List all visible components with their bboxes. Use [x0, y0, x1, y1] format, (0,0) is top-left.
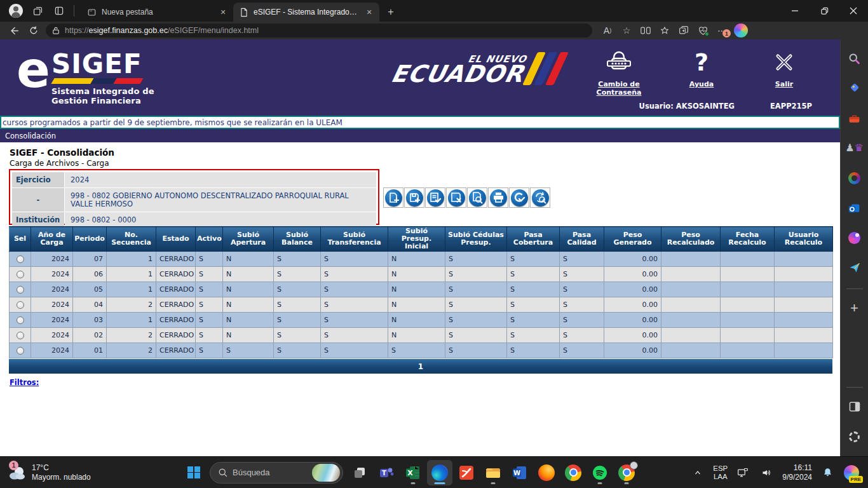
spotify-taskbar-icon[interactable] — [587, 460, 613, 485]
row-select-radio[interactable] — [17, 255, 24, 263]
form-value-entidad: 998 - 0802 GOBIERNO AUTONOMO DESCENTRALI… — [65, 188, 376, 212]
table-cell: N — [223, 267, 274, 282]
table-cell: S — [445, 343, 507, 358]
outlook-icon[interactable] — [844, 198, 865, 218]
browser-navbar: https://esigef.finanzas.gob.ec/eSIGEF/me… — [0, 22, 868, 39]
preview-search-button[interactable] — [467, 187, 487, 208]
page-content: SIGEF - Consolidación Carga de Archivos … — [0, 142, 840, 456]
divider — [846, 288, 863, 289]
excel-taskbar-icon[interactable]: X — [400, 460, 426, 485]
designer-icon[interactable] — [844, 227, 865, 248]
games-icon[interactable]: ♟♛ — [844, 138, 865, 158]
start-button[interactable] — [182, 461, 206, 485]
more-menu-icon[interactable]: ⋯1 — [713, 23, 731, 38]
clock[interactable]: 16:11 9/9/2024 — [782, 463, 812, 482]
delete-record-button[interactable] — [446, 187, 466, 208]
word-taskbar-icon[interactable]: W — [507, 460, 532, 485]
column-header: Subió Presup. Inicial — [388, 227, 445, 252]
language-indicator[interactable]: ESPLAA — [713, 464, 728, 481]
tray-time: 16:11 — [782, 463, 812, 473]
newtab-favicon — [87, 8, 97, 17]
validate-form-button[interactable] — [425, 187, 445, 208]
row-select-radio[interactable] — [17, 301, 24, 309]
tab-nueva-pestana[interactable]: Nueva pestaña ✕ — [81, 3, 233, 22]
recalculate-search-button[interactable] — [530, 187, 550, 208]
row-select-radio[interactable] — [17, 286, 24, 294]
chrome-taskbar-icon[interactable] — [560, 460, 586, 485]
file-explorer-taskbar-icon[interactable] — [480, 460, 506, 485]
row-select-radio[interactable] — [17, 271, 24, 278]
teams-taskbar-icon[interactable]: T — [374, 460, 399, 485]
microsoft-365-icon[interactable] — [844, 168, 865, 188]
collections-icon[interactable] — [656, 23, 674, 38]
table-cell: 01 — [73, 343, 107, 358]
table-cell — [721, 252, 775, 267]
taskbar-search[interactable]: Búsqueda — [210, 462, 343, 484]
back-button[interactable] — [5, 23, 22, 38]
search-icon[interactable] — [844, 48, 865, 69]
network-icon[interactable] — [734, 465, 752, 480]
new-record-button[interactable] — [383, 187, 403, 208]
table-cell — [721, 297, 775, 313]
favorites-star-icon[interactable]: ☆ — [618, 23, 635, 38]
results-table: SelAño de CargaPeriodoNo. SecuenciaEstad… — [9, 226, 833, 358]
notifications-bell-icon[interactable] — [818, 465, 836, 480]
close-button[interactable] — [839, 0, 868, 22]
firefox-taskbar-icon[interactable] — [534, 460, 559, 485]
row-select-radio[interactable] — [17, 316, 24, 324]
copilot-icon[interactable] — [732, 23, 750, 38]
drop-icon[interactable] — [844, 257, 865, 278]
filters-link[interactable]: Filtros: — [10, 378, 39, 387]
shopping-icon[interactable] — [844, 78, 865, 98]
row-select-radio[interactable] — [17, 332, 24, 339]
password-lock-icon — [605, 47, 633, 78]
tab-close-icon[interactable]: ✕ — [364, 7, 374, 17]
logout-button[interactable]: Salir — [754, 47, 815, 97]
weather-temp: 17°C — [32, 463, 91, 473]
help-button[interactable]: ? Ayuda — [671, 47, 732, 97]
chrome-profile-taskbar-icon[interactable] — [614, 460, 639, 485]
table-cell — [661, 313, 721, 328]
approve-check-button[interactable] — [509, 187, 529, 208]
table-cell: S — [321, 252, 388, 267]
brand-main-text: ECUADOR — [389, 64, 526, 85]
address-bar[interactable]: https://esigef.finanzas.gob.ec/eSIGEF/me… — [46, 24, 592, 37]
tab-group-icon[interactable] — [675, 23, 693, 38]
split-screen-icon[interactable] — [637, 23, 654, 38]
table-cell: 0.00 — [604, 313, 661, 328]
toolbox-icon[interactable] — [844, 108, 865, 128]
sidebar-panel-icon[interactable] — [844, 396, 865, 417]
column-header: Peso Generado — [604, 227, 661, 252]
menu-item-consolidacion[interactable]: Consolidación — [5, 132, 56, 140]
svg-text:X: X — [407, 469, 413, 477]
tab-actions-icon[interactable] — [28, 3, 47, 19]
settings-icon[interactable] — [844, 426, 865, 447]
edge-taskbar-icon[interactable] — [427, 460, 452, 485]
table-cell: 02 — [73, 328, 107, 343]
pdf-app-taskbar-icon[interactable] — [454, 460, 479, 485]
minimize-button[interactable] — [780, 0, 810, 22]
copilot-tray-icon[interactable]: PRE — [843, 464, 860, 482]
divider — [74, 5, 74, 17]
page-number[interactable]: 1 — [418, 362, 423, 371]
weather-widget[interactable]: 1 17°C Mayorm. nublado — [0, 463, 127, 482]
table-cell: S — [274, 282, 321, 297]
refresh-button[interactable] — [25, 23, 42, 38]
browser-essentials-icon[interactable] — [694, 23, 712, 38]
tab-esigef[interactable]: eSIGEF - Sistema Integrado de G ✕ — [233, 3, 379, 22]
workspaces-icon[interactable] — [50, 3, 69, 19]
volume-icon[interactable] — [758, 465, 776, 480]
profile-avatar[interactable] — [6, 3, 25, 19]
add-sidebar-item-icon[interactable]: + — [844, 298, 865, 318]
tray-chevron-icon[interactable] — [689, 465, 707, 480]
tab-close-icon[interactable]: ✕ — [218, 7, 228, 17]
url-text: https://esigef.finanzas.gob.ec/eSIGEF/me… — [65, 26, 259, 35]
read-aloud-icon[interactable]: A) — [599, 23, 616, 38]
task-view-taskbar-icon[interactable] — [347, 460, 372, 485]
new-tab-button[interactable]: + — [382, 4, 400, 20]
change-password-button[interactable]: Cambio de Contraseña — [588, 47, 649, 97]
save-add-button[interactable] — [404, 187, 424, 208]
print-button[interactable] — [488, 187, 508, 208]
restore-button[interactable] — [810, 0, 839, 22]
row-select-radio[interactable] — [17, 347, 24, 355]
